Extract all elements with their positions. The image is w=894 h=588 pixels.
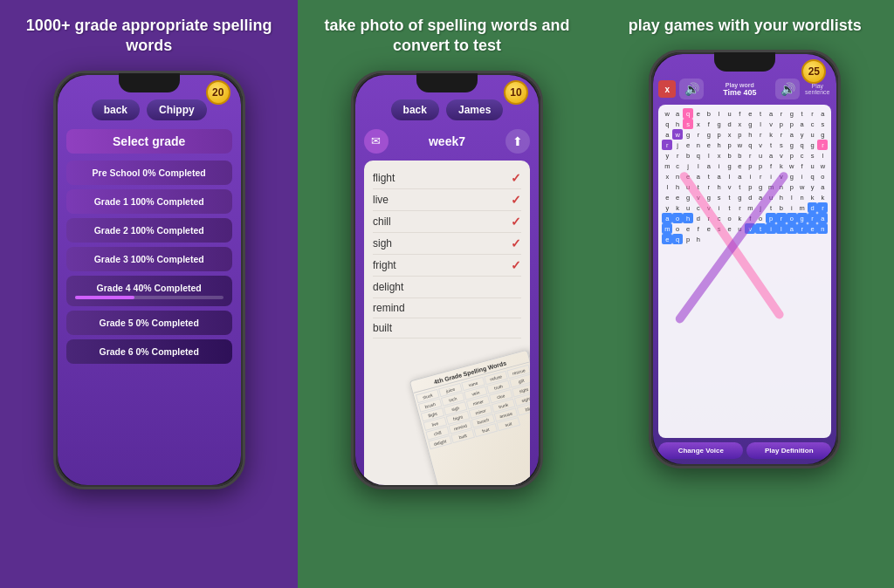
timer-display: Play word Time 405 <box>707 82 772 97</box>
word-fright: fright <box>373 259 396 271</box>
word-row-built: built <box>373 318 521 338</box>
word-row-remind: remind <box>373 298 521 318</box>
grade-item-4[interactable]: Grade 4 40% Completed <box>66 276 232 306</box>
word-row-delight: delight ✓ <box>373 277 521 298</box>
phone-notch-3 <box>714 52 775 72</box>
grade-list: Pre School 0% Completed Grade 1 100% Com… <box>66 161 232 364</box>
panel-spelling-list: take photo of spelling words and convert… <box>298 0 595 588</box>
week-label: week7 <box>395 134 499 148</box>
back-button-1[interactable]: back <box>92 99 140 120</box>
word-scroll-area[interactable]: flight ✓ live ✓ chill ✓ sigh ✓ fright <box>364 161 530 485</box>
timer-value: Time 405 <box>707 88 772 97</box>
phone-3: 25 x 🔊 Play word Time 405 🔊 Play sentenc… <box>649 50 841 468</box>
grade-item-3[interactable]: Grade 3 100% Completed <box>66 247 232 271</box>
check-live: ✓ <box>511 193 521 207</box>
phone-notch-1 <box>119 73 180 92</box>
grade-item-6[interactable]: Grade 6 0% Completed <box>66 339 232 364</box>
panel2-title: take photo of spelling words and convert… <box>306 16 587 57</box>
share-icon[interactable]: ⬆ <box>505 129 530 154</box>
word-grid-container: waqeblufetargtr aqhsxfgdxglvp pacsawgrgp… <box>658 105 831 438</box>
play-definition-btn[interactable]: Play Definition <box>746 442 831 459</box>
word-row-fright: fright ✓ <box>373 255 521 277</box>
screen-2: back James ✉ week7 ⬆ flight ✓ live ✓ chi… <box>355 75 539 485</box>
james-button[interactable]: James <box>446 99 503 120</box>
phone-notch-2 <box>416 73 478 92</box>
word-flight: flight <box>373 172 395 184</box>
word-row-sigh: sigh ✓ <box>373 233 521 255</box>
word-row-live: live ✓ <box>373 189 521 211</box>
grade-item-1[interactable]: Grade 1 100% Completed <box>66 189 232 214</box>
play-word-btn[interactable]: 🔊 <box>679 79 704 99</box>
check-sigh: ✓ <box>511 236 521 250</box>
letter-grid: waqeblufetargtr aqhsxfgdxglvp pacsawgrgp… <box>662 108 828 244</box>
change-voice-btn[interactable]: Change Voice <box>658 442 743 459</box>
check-chill: ✓ <box>511 215 521 229</box>
panel3-title: play games with your wordlists <box>629 16 862 36</box>
word-remind: remind <box>373 302 405 314</box>
play-sentence-btn[interactable]: 🔊 <box>775 79 800 99</box>
grade-item-0[interactable]: Pre School 0% Completed <box>66 161 232 185</box>
back-button-2[interactable]: back <box>391 99 439 120</box>
play-word-label: Play word <box>707 82 772 88</box>
word-built: built <box>373 322 392 334</box>
word-delight: delight <box>373 281 403 293</box>
panel-word-search: play games with your wordlists 25 x 🔊 Pl… <box>596 0 894 588</box>
badge-2: 10 <box>504 80 528 105</box>
mail-icon[interactable]: ✉ <box>364 129 389 154</box>
word-chill: chill <box>373 215 391 228</box>
panel1-title: 1000+ grade appropriate spelling words <box>9 16 289 57</box>
screen-1: back Chippy Select grade Pre School 0% C… <box>58 75 241 485</box>
top-controls: x 🔊 Play word Time 405 🔊 Play sentence <box>658 79 831 99</box>
chippy-button[interactable]: Chippy <box>147 99 207 120</box>
grade-item-2[interactable]: Grade 2 100% Completed <box>66 218 232 243</box>
panel-grade-selector: 1000+ grade appropriate spelling words 2… <box>0 0 298 588</box>
check-delight: ✓ <box>511 280 521 294</box>
paper-overlay: 4th Grade Spelling Words stuck juice van… <box>409 349 530 484</box>
week-bar: ✉ week7 ⬆ <box>364 129 530 154</box>
phone-2: 10 back James ✉ week7 ⬆ flight ✓ live ✓ <box>351 71 543 489</box>
check-flight: ✓ <box>511 171 521 185</box>
phone-1: 20 back Chippy Select grade Pre School 0… <box>53 71 245 489</box>
bottom-controls: Change Voice Play Definition <box>658 442 831 459</box>
select-grade-header: Select grade <box>66 129 232 154</box>
grade-item-5[interactable]: Grade 5 0% Completed <box>66 311 232 335</box>
check-fright: ✓ <box>511 258 521 272</box>
play-sentence-label: Play sentence <box>803 83 831 95</box>
word-sigh: sigh <box>373 237 392 250</box>
x-button[interactable]: x <box>658 80 676 98</box>
word-live: live <box>373 194 389 206</box>
screen-3: x 🔊 Play word Time 405 🔊 Play sentence <box>653 54 836 464</box>
word-row-flight: flight ✓ <box>373 168 521 189</box>
nav-bar-2: back James <box>364 99 530 120</box>
nav-bar-1: back Chippy <box>66 99 232 120</box>
word-row-chill: chill ✓ <box>373 211 521 233</box>
badge-1: 20 <box>206 80 230 105</box>
